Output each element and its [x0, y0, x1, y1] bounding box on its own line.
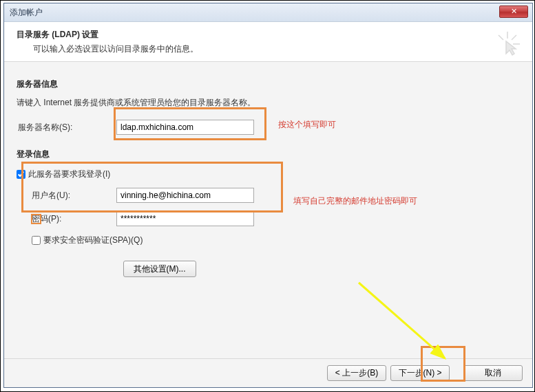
wizard-footer: < 上一步(B) 下一步(N) > 取消	[4, 358, 532, 387]
spa-label: 要求安全密码验证(SPA)(Q)	[43, 235, 143, 246]
server-name-label: 服务器名称(S):	[17, 122, 116, 133]
cancel-button[interactable]: 取消	[463, 365, 523, 381]
next-button[interactable]: 下一步(N) >	[390, 365, 450, 381]
cursor-ornament-icon	[494, 30, 521, 58]
wizard-header: 目录服务 (LDAP) 设置 可以输入必选设置以访问目录服务中的信息。	[4, 22, 532, 62]
require-login-label: 此服务器要求我登录(I)	[28, 168, 110, 180]
svg-line-2	[499, 35, 503, 40]
password-input[interactable]	[116, 211, 254, 226]
wizard-subtitle: 可以输入必选设置以访问目录服务中的信息。	[33, 43, 520, 55]
login-section-title: 登录信息	[17, 149, 520, 160]
require-login-checkbox[interactable]	[17, 170, 25, 179]
wizard-content: 服务器信息 请键入 Internet 服务提供商或系统管理员给您的目录服务器名称…	[4, 62, 532, 358]
back-button[interactable]: < 上一步(B)	[327, 365, 386, 381]
password-label: 密码(P):	[17, 213, 116, 225]
server-section-title: 服务器信息	[17, 78, 520, 90]
titlebar: 添加帐户 ✕	[4, 3, 532, 22]
more-settings-button[interactable]: 其他设置(M)...	[123, 261, 196, 277]
annotation-text-server: 按这个填写即可	[278, 119, 336, 131]
server-name-input[interactable]	[116, 120, 254, 135]
spa-checkbox[interactable]	[32, 236, 41, 245]
add-account-dialog: 添加帐户 ✕ 目录服务 (LDAP) 设置 可以输入必选设置以访问目录服务中的信…	[3, 3, 533, 388]
window-title: 添加帐户	[10, 7, 43, 19]
annotation-text-login: 填写自己完整的邮件地址密码即可	[293, 195, 417, 207]
wizard-title: 目录服务 (LDAP) 设置	[17, 29, 520, 41]
svg-line-3	[512, 35, 516, 40]
username-label: 用户名(U):	[17, 190, 116, 202]
close-button[interactable]: ✕	[499, 6, 528, 18]
username-input[interactable]	[116, 188, 254, 203]
server-instruction: 请键入 Internet 服务提供商或系统管理员给您的目录服务器名称。	[17, 97, 520, 109]
